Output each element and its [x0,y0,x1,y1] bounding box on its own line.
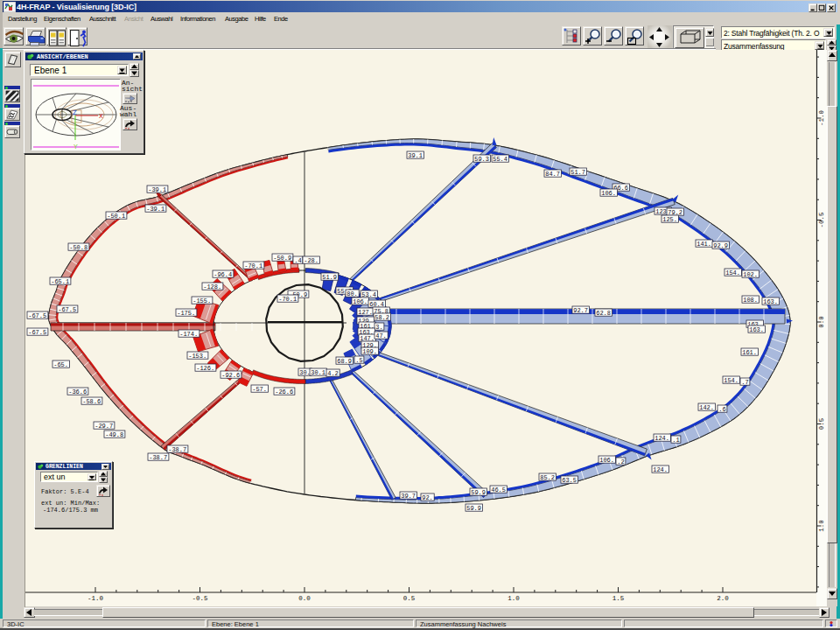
svg-text:-65.1: -65.1 [51,278,69,285]
svg-text:47.: 47. [375,332,387,340]
svg-text:-26.6: -26.6 [275,388,293,396]
svg-text:39.1: 39.1 [408,152,423,159]
svg-text:109.: 109. [362,348,377,355]
svg-text:39.7: 39.7 [401,493,416,500]
svg-text:154.: 154. [724,377,738,384]
svg-text:-28.: -28. [304,257,318,264]
svg-text:124.: 124. [653,466,668,473]
svg-text:141.: 141. [696,241,711,248]
svg-text:161.: 161. [742,349,757,356]
svg-text:4.2: 4.2 [327,370,339,377]
svg-text:59.3: 59.3 [474,156,489,163]
svg-text:Z: Z [73,108,77,116]
svg-text:30.1: 30.1 [311,369,326,376]
svg-text:-38.7: -38.7 [168,446,186,453]
svg-text:59.9: 59.9 [466,505,481,512]
svg-text:106.: 106. [353,298,368,305]
svg-text:84.7: 84.7 [545,171,560,178]
svg-text:-70.1: -70.1 [278,296,297,303]
svg-text:51.7: 51.7 [570,169,585,176]
svg-text:79.2: 79.2 [668,209,682,216]
svg-text:-67.5: -67.5 [58,306,76,313]
svg-text:-50.8: -50.8 [69,244,88,251]
svg-text:127.: 127. [358,309,373,316]
svg-text:51.9: 51.9 [322,274,337,281]
svg-text:30.: 30. [299,369,311,376]
svg-text:-39.1: -39.1 [148,186,166,193]
svg-text:92.7: 92.7 [573,307,588,314]
svg-text:-126.: -126. [196,365,214,372]
svg-text:-128.: -128. [203,284,221,290]
svg-text:147.: 147. [360,335,374,342]
svg-text:125.: 125. [662,216,677,223]
svg-text:142.: 142. [699,404,714,411]
svg-text:124.: 124. [654,435,669,442]
svg-text:53.4: 53.4 [361,291,376,298]
svg-text:X: X [99,112,103,120]
svg-text:-67.5: -67.5 [28,329,46,336]
svg-text:.4: .4 [294,257,301,264]
svg-text:-155.: -155. [192,298,211,304]
svg-text:-70.1: -70.1 [244,262,262,270]
svg-text:-57.: -57. [252,386,267,393]
svg-text:-38.7: -38.7 [149,454,167,461]
svg-text:163.: 163. [763,298,778,305]
svg-text:-153.: -153. [188,353,206,360]
svg-text:.5: .5 [355,357,362,364]
svg-text:80.: 80. [346,290,358,298]
svg-text:62.8: 62.8 [596,310,611,317]
svg-text:.7: .7 [741,379,748,386]
svg-text:-92.6: -92.6 [221,372,240,379]
svg-text:-96.4: -96.4 [214,271,232,278]
svg-text:-174.: -174. [179,331,198,338]
svg-text:58.2: 58.2 [374,314,389,321]
svg-text:59.9: 59.9 [471,489,486,496]
svg-text:-39.1: -39.1 [146,206,164,213]
svg-text:3.: 3. [375,324,382,331]
svg-text:106.: 106. [601,190,616,197]
svg-text:.1: .1 [672,437,679,444]
svg-text:-67.5: -67.5 [28,312,46,319]
svg-text:102.: 102. [743,271,758,278]
svg-text:-50.1: -50.1 [107,213,125,220]
svg-text:-175.: -175. [177,310,195,317]
svg-text:63.5: 63.5 [562,477,577,484]
svg-text:60.4: 60.4 [369,301,384,308]
svg-text:108.: 108. [743,297,758,304]
svg-text:85.2: 85.2 [540,474,555,481]
svg-text:92.: 92. [422,494,433,501]
svg-text:.2: .2 [617,458,624,466]
svg-text:163.: 163. [749,326,764,333]
svg-text:46.5: 46.5 [491,486,506,494]
svg-text:92.9: 92.9 [713,242,728,249]
svg-text:-65.: -65. [53,361,68,368]
svg-text:154.: 154. [725,270,740,276]
svg-text:-49.8: -49.8 [105,431,123,438]
svg-text:55.4: 55.4 [493,156,508,163]
svg-text:-29.7: -29.7 [94,423,113,430]
svg-text:106.: 106. [599,457,614,464]
svg-text:-36.6: -36.6 [68,388,87,396]
svg-text:-50.9: -50.9 [273,255,291,262]
svg-text:68.9: 68.9 [337,358,352,365]
svg-text:-58.6: -58.6 [82,398,101,405]
svg-text:Y: Y [74,143,78,150]
svg-text:.6: .6 [718,406,725,413]
